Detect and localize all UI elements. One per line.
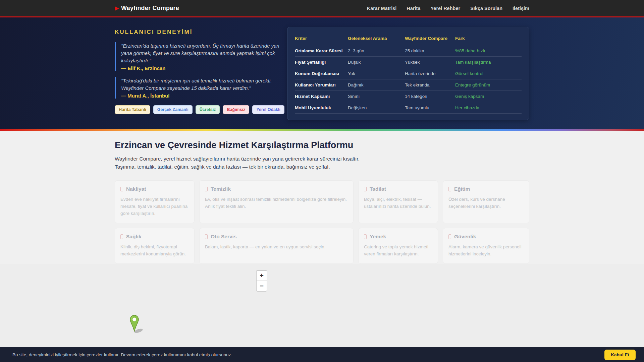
cell-kriter: Mobil Uyumluluk: [295, 102, 348, 114]
category-card-title-row: Oto Servis: [205, 234, 348, 240]
cell-fark: Geniş kapsam: [455, 91, 522, 102]
category-icon: [120, 187, 123, 191]
category-card[interactable]: Eğitim Özel ders, kurs ve dershane seçen…: [443, 180, 529, 223]
category-title: Eğitim: [454, 186, 470, 192]
category-card[interactable]: Tadilat Boya, alçı, elektrik, tesisat — …: [358, 180, 438, 223]
intro-text: Wayfinder Compare, yerel hizmet sağlayıc…: [115, 155, 529, 171]
cell-kriter: Ortalama Karar Süresi: [295, 45, 348, 57]
category-title: Temizlik: [211, 186, 231, 192]
category-icon: [205, 234, 208, 239]
category-description: Özel ders, kurs ve dershane seçeneklerin…: [448, 196, 524, 210]
cell-geleneksel: 2–3 gün: [348, 45, 405, 57]
nav-links: Karar Matrisi Harita Yerel Rehber Sıkça …: [367, 6, 529, 11]
cell-kriter: Fiyat Şeffaflığı: [295, 57, 348, 68]
table-row: Konum Doğrulaması Yok Harita üzerinde Gö…: [295, 68, 522, 79]
category-title: Sağlık: [126, 234, 142, 240]
category-card-grid: Nakliyat Evden eve nakliyat firmalarını …: [115, 180, 529, 264]
cell-wayfinder: Tam uyumlu: [405, 102, 455, 114]
cell-fark: Her cihazda: [455, 102, 522, 114]
feature-tag: Harita Tabanlı: [115, 105, 150, 114]
comparison-table: Kriter Geleneksel Arama Wayfinder Compar…: [295, 32, 522, 114]
category-title: Güvenlik: [454, 234, 476, 240]
hero-left-column: KULLANICI DENEYİMİ "Erzincan'da taşınma …: [115, 27, 284, 114]
category-description: Evden eve nakliyat firmalarını mesafe, f…: [120, 196, 189, 217]
brand-name: Wayfinder Compare: [121, 5, 179, 12]
zoom-out-button[interactable]: −: [257, 281, 267, 291]
zoom-in-button[interactable]: +: [257, 271, 267, 281]
category-card-title-row: Sağlık: [120, 234, 189, 240]
cell-wayfinder: 25 dakika: [405, 45, 455, 57]
category-title: Oto Servis: [211, 234, 237, 240]
main-section: Erzincan ve Çevresinde Hizmet Karşılaştı…: [0, 131, 644, 264]
category-card-title-row: Eğitim: [448, 186, 524, 192]
feature-tag-row: Harita Tabanlı Gerçek Zamanlı Ücretsiz B…: [115, 105, 284, 114]
nav-link[interactable]: İletişim: [513, 6, 529, 11]
testimonial-quote: "Tekirdağ'daki bir müşterim için acil te…: [121, 77, 284, 92]
category-description: Alarm, kamera ve güvenlik personeli hizm…: [448, 243, 524, 257]
map-marker-pin[interactable]: [129, 315, 145, 334]
hero-section: KULLANICI DENEYİMİ "Erzincan'da taşınma …: [0, 17, 644, 129]
category-icon: [364, 187, 367, 191]
testimonial: "Tekirdağ'daki bir müşterim için acil te…: [115, 77, 284, 99]
category-card[interactable]: Güvenlik Alarm, kamera ve güvenlik perso…: [443, 228, 529, 264]
nav-link[interactable]: Harita: [407, 6, 420, 11]
page-title: Erzincan ve Çevresinde Hizmet Karşılaştı…: [115, 140, 529, 150]
nav-link[interactable]: Karar Matrisi: [367, 6, 397, 11]
feature-tag: Gerçek Zamanlı: [153, 105, 193, 114]
cell-fark: %85 daha hızlı: [455, 45, 522, 57]
testimonial-list: "Erzincan'da taşınma hizmeti arıyordum. …: [115, 42, 284, 99]
category-card-title-row: Nakliyat: [120, 186, 189, 192]
cell-fark: Tam karşılaştırma: [455, 57, 522, 68]
category-card[interactable]: Temizlik Ev, ofis ve inşaat sonrası temi…: [199, 180, 354, 223]
category-card[interactable]: Nakliyat Evden eve nakliyat firmalarını …: [115, 180, 195, 223]
table-row: Ortalama Karar Süresi 2–3 gün 25 dakika …: [295, 45, 522, 57]
comparison-table-header: Wayfinder Compare: [405, 32, 455, 45]
cookie-message: Bu site, deneyiminizi iyileştirmek için …: [12, 352, 232, 357]
cell-kriter: Hizmet Kapsamı: [295, 91, 348, 102]
table-row: Fiyat Şeffaflığı Düşük Yüksek Tam karşıl…: [295, 57, 522, 68]
cell-wayfinder: 14 kategori: [405, 91, 455, 102]
feature-tag: Yerel Odaklı: [252, 105, 284, 114]
cell-fark: Görsel kontrol: [455, 68, 522, 79]
comparison-panel: Kriter Geleneksel Arama Wayfinder Compar…: [287, 27, 529, 120]
top-nav: ▶ Wayfinder Compare Karar Matrisi Harita…: [0, 0, 644, 17]
category-icon: [205, 187, 208, 191]
comparison-table-header: Geleneksel Arama: [348, 32, 405, 45]
feature-tag: Bağımsız: [223, 105, 249, 114]
category-description: Ev, ofis ve inşaat sonrası temizlik hizm…: [205, 196, 348, 210]
nav-link[interactable]: Yerel Rehber: [430, 6, 460, 11]
cell-kriter: Kullanıcı Yorumları: [295, 79, 348, 91]
testimonial-quote: "Erzincan'da taşınma hizmeti arıyordum. …: [121, 42, 284, 64]
cell-geleneksel: Yok: [348, 68, 405, 79]
testimonial-author: — Elif K., Erzincan: [121, 65, 284, 71]
category-icon: [120, 234, 123, 239]
cell-geleneksel: Dağınık: [348, 79, 405, 91]
intro-line-2: Taşınma, temizlik, tadilat, eğitim, sağl…: [115, 164, 330, 170]
hero-kicker: KULLANICI DENEYİMİ: [115, 29, 284, 36]
cookie-accept-button[interactable]: Kabul Et: [604, 350, 636, 360]
table-row: Mobil Uyumluluk Değişken Tam uyumlu Her …: [295, 102, 522, 114]
brand-logo[interactable]: ▶ Wayfinder Compare: [115, 5, 179, 12]
category-card-title-row: Tadilat: [364, 186, 432, 192]
nav-link[interactable]: Sıkça Sorulan: [470, 6, 502, 11]
category-card[interactable]: Sağlık Klinik, diş hekimi, fizyoterapi m…: [115, 228, 195, 264]
category-icon: [364, 234, 367, 239]
category-description: Catering ve toplu yemek hizmeti veren fi…: [364, 243, 432, 257]
feature-tag: Ücretsiz: [196, 105, 220, 114]
comparison-table-header: Kriter: [295, 32, 348, 45]
category-card-title-row: Temizlik: [205, 186, 348, 192]
category-icon: [448, 234, 451, 239]
category-card[interactable]: Oto Servis Bakım, lastik, kaporta — en y…: [199, 228, 354, 264]
category-card[interactable]: Yemek Catering ve toplu yemek hizmeti ve…: [358, 228, 438, 264]
category-card-title-row: Yemek: [364, 234, 432, 240]
map-zoom-control: + −: [256, 270, 267, 292]
table-row: Hizmet Kapsamı Sınırlı 14 kategori Geniş…: [295, 91, 522, 102]
map-canvas[interactable]: + −: [0, 264, 644, 354]
cell-geleneksel: Sınırlı: [348, 91, 405, 102]
category-title: Yemek: [370, 234, 386, 240]
category-description: Boya, alçı, elektrik, tesisat — ustaları…: [364, 196, 432, 210]
cell-wayfinder: Tek ekranda: [405, 79, 455, 91]
cookie-consent-bar: Bu site, deneyiminizi iyileştirmek için …: [0, 347, 644, 362]
testimonial-author: — Murat A., İstanbul: [121, 93, 284, 99]
testimonial: "Erzincan'da taşınma hizmeti arıyordum. …: [115, 42, 284, 71]
